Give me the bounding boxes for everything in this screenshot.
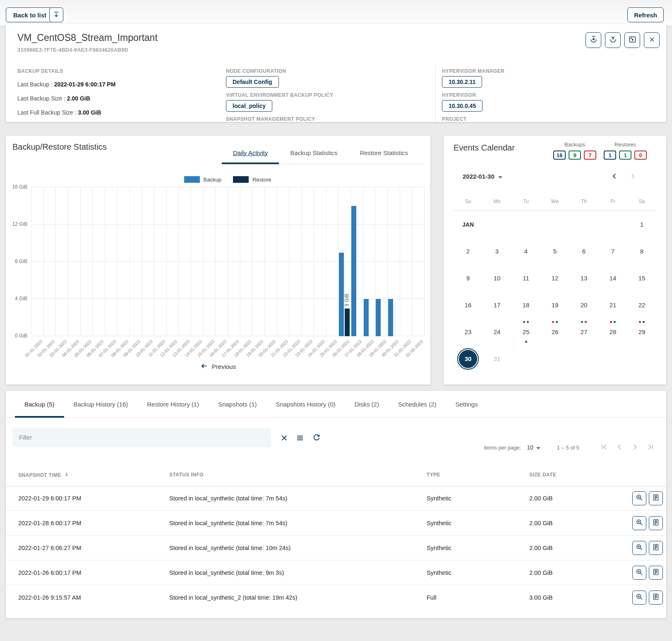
day-number[interactable]: 27: [581, 328, 588, 335]
row-report-button[interactable]: [649, 491, 663, 505]
day-number[interactable]: 21: [610, 301, 617, 309]
clear-filter-button[interactable]: [279, 433, 290, 444]
calendar-day-3: 3: [482, 238, 511, 265]
tab-daily-activity[interactable]: Daily Activity: [222, 141, 279, 164]
day-number[interactable]: 23: [465, 328, 472, 335]
ve-backup-policy-chip[interactable]: local_policy: [226, 100, 272, 112]
row-report-button[interactable]: [649, 516, 663, 530]
day-number[interactable]: 16: [465, 301, 472, 309]
v-gridline: [412, 187, 412, 336]
day-number[interactable]: 9: [466, 275, 470, 282]
tab-backup-history-16[interactable]: Backup History (16): [64, 391, 138, 417]
table-row: 2022-01-27 6:06:27 PMStored in local_syn…: [6, 536, 666, 560]
day-number[interactable]: 1: [640, 221, 643, 228]
day-number[interactable]: 18: [523, 301, 530, 309]
backup-button[interactable]: [586, 32, 601, 48]
tab-schedules-2[interactable]: Schedules (2): [389, 391, 446, 417]
day-number[interactable]: 29: [638, 328, 646, 335]
day-number[interactable]: 25: [523, 328, 530, 335]
day-number[interactable]: 7: [611, 248, 614, 255]
calendar-day-31: 31: [482, 345, 511, 372]
back-to-list-button[interactable]: Back to list: [6, 7, 54, 22]
tab-disks-2[interactable]: Disks (2): [345, 391, 389, 417]
filter-input[interactable]: [12, 428, 271, 447]
close-icon: [648, 36, 656, 45]
last-page-button[interactable]: [646, 442, 656, 453]
column-options-button[interactable]: [295, 433, 305, 444]
selected-day-number[interactable]: 30: [457, 348, 479, 370]
day-number[interactable]: 26: [552, 328, 559, 335]
tab-restore-history-1[interactable]: Restore History (1): [137, 391, 209, 417]
previous-label: Previous: [212, 363, 236, 370]
weekday-label: We: [540, 199, 569, 204]
column-header-snapshot-time[interactable]: SNAPSHOT TIME: [18, 471, 70, 478]
day-number[interactable]: 5: [553, 248, 557, 255]
hypervisor-chip[interactable]: 10.30.0.45: [442, 100, 482, 112]
day-number[interactable]: 14: [610, 275, 617, 282]
tab-snapshots-history-0[interactable]: Snapshots History (0): [266, 391, 345, 417]
reload-table-button[interactable]: [311, 433, 322, 444]
row-details-button[interactable]: [632, 566, 646, 580]
calendar-day-20: 20: [569, 292, 598, 318]
day-number[interactable]: 11: [523, 275, 529, 282]
status-info-cell: Stored in local_synthetic (total time: 9…: [169, 569, 284, 576]
v-gridline: [55, 187, 56, 336]
day-number[interactable]: 24: [494, 328, 501, 335]
column-header-type[interactable]: TYPE: [427, 472, 440, 478]
row-details-button[interactable]: [632, 516, 646, 530]
hypervisor-manager-chip[interactable]: 10.30.2.11: [442, 76, 482, 88]
row-report-button[interactable]: [649, 591, 663, 605]
day-number[interactable]: 20: [581, 301, 588, 309]
first-page-button[interactable]: [598, 442, 609, 453]
weekday-label: Fr: [598, 199, 627, 204]
tab-restore-statistics[interactable]: Restore Statistics: [348, 141, 419, 164]
legend-label: Backup: [204, 177, 221, 183]
day-number[interactable]: 8: [640, 248, 643, 255]
column-header-status-info[interactable]: STATUS INFO: [169, 472, 204, 478]
day-number[interactable]: 3: [495, 248, 499, 255]
column-header-size-date[interactable]: SIZE DATE: [529, 472, 556, 478]
node-configuration-chip[interactable]: Default Config: [226, 76, 279, 88]
v-gridline: [240, 187, 240, 336]
tab-backup-5[interactable]: Backup (5): [15, 391, 64, 417]
mount-button[interactable]: [624, 32, 640, 48]
day-number[interactable]: 17: [494, 301, 501, 309]
day-number[interactable]: 15: [638, 275, 646, 282]
row-details-button[interactable]: [632, 591, 646, 605]
prev-page-button[interactable]: [614, 442, 625, 453]
day-number[interactable]: 19: [552, 301, 559, 309]
previous-period-button[interactable]: Previous: [6, 362, 430, 371]
event-dot-green: [523, 321, 525, 323]
collapse-panel-button[interactable]: [49, 7, 63, 22]
calendar-empty-cell: [540, 345, 569, 372]
calendar-month-select[interactable]: 2022-01-30: [463, 173, 502, 180]
calendar-next-button[interactable]: [626, 170, 639, 183]
day-number[interactable]: 2: [466, 248, 470, 255]
calendar-day-14: 14: [598, 265, 627, 292]
day-number[interactable]: 4: [524, 248, 528, 255]
day-number[interactable]: 10: [494, 275, 501, 282]
calendar-prev-button[interactable]: [608, 170, 621, 183]
tab-backup-statistics[interactable]: Backup Statistics: [279, 141, 348, 164]
next-page-button[interactable]: [630, 442, 641, 453]
restore-button[interactable]: [605, 32, 621, 48]
tab-settings[interactable]: Settings: [446, 391, 487, 417]
bar-value-label: 3 GiB: [344, 294, 350, 307]
tab-snapshots-1[interactable]: Snapshots (1): [209, 391, 266, 417]
day-number[interactable]: 6: [582, 248, 586, 255]
close-button[interactable]: [644, 32, 660, 48]
row-details-button[interactable]: [632, 541, 646, 555]
row-details-button[interactable]: [632, 491, 646, 505]
day-number[interactable]: 28: [610, 328, 617, 335]
per-page-caret-icon[interactable]: [536, 445, 540, 451]
row-report-button[interactable]: [649, 541, 663, 555]
row-report-button[interactable]: [649, 566, 663, 580]
items-per-page-value[interactable]: 10: [527, 444, 533, 451]
day-number[interactable]: 31: [494, 355, 501, 362]
day-number[interactable]: 12: [552, 275, 559, 282]
refresh-button[interactable]: Refresh: [627, 7, 664, 22]
day-number[interactable]: 13: [581, 275, 588, 282]
refresh-label: Refresh: [634, 12, 657, 19]
day-number[interactable]: 22: [638, 301, 646, 309]
node-configuration-heading: NODE CONFIGURATION: [226, 69, 286, 74]
